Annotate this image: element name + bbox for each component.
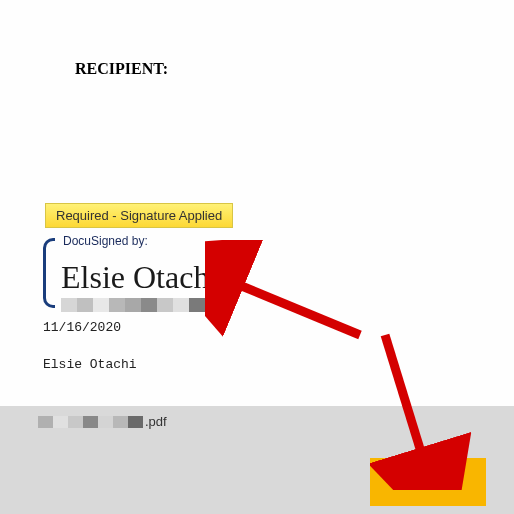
signature-bracket (43, 238, 55, 308)
footer-bar: .pdf FINISH (0, 406, 514, 514)
filename-row: .pdf (0, 406, 514, 429)
filename-obscured (38, 416, 143, 428)
document-area: RECIPIENT: Required - Signature Applied … (0, 0, 514, 372)
finish-button[interactable]: FINISH (370, 458, 486, 506)
file-extension: .pdf (145, 414, 167, 429)
recipient-label: RECIPIENT: (75, 60, 514, 78)
signature-date: 11/16/2020 (43, 320, 514, 335)
signature-hash (61, 298, 233, 312)
docusigned-by-label: DocuSigned by: (63, 234, 233, 248)
signature-handwriting: Elsie Otachi (61, 250, 233, 296)
signature-status-badge: Required - Signature Applied (45, 203, 233, 228)
signature-block[interactable]: DocuSigned by: Elsie Otachi (43, 234, 233, 312)
printed-name: Elsie Otachi (43, 357, 514, 372)
